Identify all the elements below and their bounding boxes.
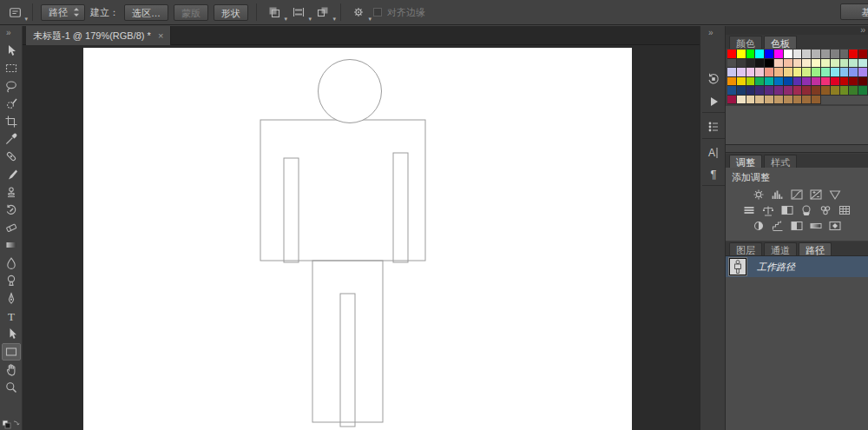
spot-healing-tool[interactable] [2,148,21,165]
vibrance-adjustment-icon[interactable] [828,189,843,202]
color-swatch[interactable] [774,50,784,59]
color-swatch[interactable] [840,59,850,69]
color-swatch[interactable] [793,68,803,77]
layers-tab-路径[interactable]: 路径 [799,242,832,255]
brush-tool[interactable] [2,166,21,183]
color-swatch[interactable] [784,77,793,87]
brightness-contrast-adjustment-icon[interactable] [752,189,766,202]
color-swatch[interactable] [802,68,812,77]
color-swatch[interactable] [755,59,765,69]
color-swatch[interactable] [755,96,765,105]
history-panel-icon[interactable] [704,69,723,89]
color-swatch[interactable] [727,77,737,87]
color-swatch[interactable] [746,68,756,77]
color-swatch[interactable] [784,86,793,96]
exposure-adjustment-icon[interactable] [809,189,824,202]
color-swatch[interactable] [765,77,774,87]
color-swatch[interactable] [858,77,868,87]
gradient-map-adjustment-icon[interactable] [809,220,824,233]
color-swatch[interactable] [821,68,831,77]
crop-tool[interactable] [2,113,21,130]
color-swatch[interactable] [746,86,756,96]
layers-tab-图层[interactable]: 图层 [729,242,762,255]
color-swatch[interactable] [802,77,812,87]
color-swatch[interactable] [831,77,840,87]
color-swatch[interactable] [774,96,784,105]
make-shape-button[interactable]: 形状 [214,4,248,21]
hue-saturation-adjustment-icon[interactable] [742,204,757,217]
color-swatch[interactable] [774,77,784,87]
color-swatch[interactable] [755,68,765,77]
color-swatch[interactable] [812,50,821,59]
channel-mixer-adjustment-icon[interactable] [819,204,833,217]
color-swatch[interactable] [793,50,803,59]
color-swatch[interactable] [840,86,850,96]
history-brush-tool[interactable] [2,202,21,219]
invert-adjustment-icon[interactable] [752,220,766,233]
move-tool[interactable] [2,42,21,59]
color-swatch[interactable] [849,68,858,77]
color-swatch[interactable] [755,50,765,59]
color-swatch[interactable] [858,50,868,59]
color-swatch[interactable] [812,96,821,105]
color-balance-adjustment-icon[interactable] [761,204,776,217]
make-selection-button[interactable]: 选区… [124,4,168,21]
color-swatch[interactable] [858,86,868,96]
quick-selection-tool[interactable] [2,95,21,112]
rectangle-tool[interactable] [2,343,21,361]
path-arrangement-icon[interactable]: ▾ [313,3,332,21]
color-swatch[interactable] [746,77,756,87]
color-swatch[interactable] [858,68,868,77]
color-swatch[interactable] [727,86,737,96]
zoom-tool[interactable] [2,379,21,396]
color-swatch[interactable] [737,50,746,59]
color-swatch[interactable] [840,77,850,87]
color-swatch[interactable] [737,68,746,77]
color-swatch[interactable] [727,59,737,69]
color-swatch[interactable] [793,77,803,87]
color-swatch[interactable] [765,86,774,96]
color-swatch[interactable] [784,50,793,59]
black-white-adjustment-icon[interactable] [780,204,795,217]
color-swatch[interactable] [784,68,793,77]
path-alignment-icon[interactable]: ▾ [289,3,308,21]
color-swatch[interactable] [821,77,831,87]
work-path-row[interactable]: 工作路径 [726,256,868,277]
color-swatch[interactable] [821,59,831,69]
threshold-adjustment-icon[interactable] [790,220,805,233]
pen-tool[interactable] [2,290,21,308]
path-operations-icon[interactable]: ▾ [265,3,284,21]
color-swatch[interactable] [784,59,793,69]
hand-tool[interactable] [2,361,21,378]
color-swatch[interactable] [831,86,840,96]
color-swatch[interactable] [802,50,812,59]
color-swatch[interactable] [793,59,803,69]
eyedropper-tool[interactable] [2,130,21,148]
color-swatch[interactable] [849,86,858,96]
align-edges-checkbox[interactable] [373,8,382,17]
collapse-dock-button[interactable]: ›› [708,28,713,37]
curves-adjustment-icon[interactable] [790,189,805,202]
brush-presets-panel-icon[interactable] [704,117,723,136]
color-swatch[interactable] [802,96,812,105]
swatches-tab-颜色[interactable]: 颜色 [729,36,762,49]
color-swatch[interactable] [737,77,746,87]
color-swatch[interactable] [755,86,765,96]
document-canvas[interactable] [83,48,632,430]
swatches-tab-色板[interactable]: 色板 [764,36,797,49]
document-tab[interactable]: 未标题-1 @ 179%(RGB/8) * × [26,26,171,45]
adjustments-tab-样式[interactable]: 样式 [764,155,797,168]
color-swatch[interactable] [746,59,756,69]
selective-color-adjustment-icon[interactable] [828,220,843,233]
adjustments-tab-调整[interactable]: 调整 [729,155,762,168]
color-swatch[interactable] [793,86,803,96]
color-swatch[interactable] [727,96,737,105]
close-tab-icon[interactable]: × [158,30,163,41]
levels-adjustment-icon[interactable] [771,189,786,202]
color-swatch[interactable] [755,77,765,87]
lasso-tool[interactable] [2,77,21,95]
color-swatch[interactable] [727,68,737,77]
eraser-tool[interactable] [2,219,21,236]
color-swatch[interactable] [849,50,858,59]
color-swatch[interactable] [831,50,840,59]
